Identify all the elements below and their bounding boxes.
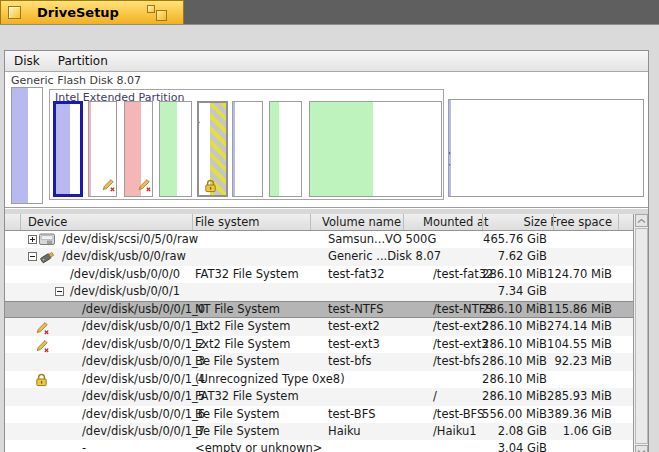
chevron-up-icon — [637, 218, 646, 224]
lock-icon — [35, 373, 48, 390]
column-separator[interactable] — [403, 214, 404, 230]
column-separator[interactable] — [553, 214, 554, 230]
cell-device: /dev/disk/usb/0/0/1_5 — [82, 388, 205, 405]
used-space-fill — [160, 102, 177, 196]
cell-size: 286.10 MiB — [482, 353, 547, 370]
table-row[interactable]: /dev/disk/usb/0/0/1_2Ext2 File Systemtes… — [5, 336, 633, 353]
partition-label: Haiku — [309, 162, 312, 193]
vertical-scroll-thumb[interactable] — [635, 228, 648, 444]
table-row[interactable]: /dev/disk/usb/0/0/1_0NT File Systemtest-… — [5, 301, 633, 318]
lock-icon — [204, 179, 217, 196]
column-header-size[interactable]: Size — [523, 215, 547, 229]
cell-device: /dev/disk/usb/0/0/0 — [70, 266, 180, 283]
partition-label: Partition 24 (LUKS enc... — [197, 101, 201, 192]
column-header-mounted-at[interactable]: Mounted at — [423, 215, 489, 229]
table-row[interactable]: /dev/disk/usb/0/0/1_7Be File SystemHaiku… — [5, 423, 633, 440]
collapse-latch-icon[interactable] — [55, 287, 64, 296]
menu-disk[interactable]: Disk — [5, 52, 49, 70]
cell-mounted: /Haiku1 — [433, 423, 477, 440]
chevron-down-icon — [637, 449, 646, 452]
partition-label: test-fat32 — [11, 146, 14, 200]
cell-size: 2.08 GiB — [498, 423, 547, 440]
partition-label: test-ext2 — [88, 144, 91, 194]
table-row[interactable]: /dev/disk/usb/0/0/1_6Be File Systemtest-… — [5, 406, 633, 423]
cell-free: 1.06 GiB — [563, 423, 612, 440]
column-header-free-space[interactable]: Free space — [550, 215, 612, 229]
cell-free: 389.36 MiB — [547, 406, 612, 423]
zoom-icon-small — [147, 5, 155, 13]
cell-size: 286.10 MiB — [482, 266, 547, 283]
cell-mounted: /test-bfs — [433, 353, 480, 370]
column-separator[interactable] — [310, 214, 311, 230]
vertical-scrollbar[interactable] — [633, 214, 648, 452]
partition-bar-luks[interactable]: Partition 24 (LUKS enc... — [197, 101, 228, 197]
column-separator[interactable] — [618, 214, 619, 230]
used-space-fill — [310, 102, 373, 196]
window-tab[interactable]: DriveSetup — [0, 0, 184, 24]
cell-volume: test-ext3 — [328, 336, 380, 353]
cell-device: /dev/disk/usb/0/0/1_0 — [82, 301, 205, 318]
scroll-down-button[interactable] — [635, 445, 648, 452]
close-button[interactable] — [8, 6, 21, 19]
zoom-button[interactable] — [147, 5, 167, 21]
table-row[interactable]: -<empty or unknown>3.04 GiB — [5, 440, 633, 452]
partition-bar-test-ext2[interactable]: test-ext2 — [88, 101, 117, 197]
cell-volume: test-bfs — [328, 353, 372, 370]
table-row[interactable]: /dev/disk/usb/0/0/1_4(Unrecognized Type … — [5, 371, 633, 388]
table-row[interactable]: /dev/disk/usb/0/0/1_5FAT32 File System/2… — [5, 388, 633, 405]
column-separator[interactable] — [482, 214, 483, 230]
cell-size: 465.76 GiB — [483, 231, 547, 248]
cell-device: /dev/disk/usb/0/0/1_1 — [82, 318, 205, 335]
table-row[interactable]: /dev/disk/scsi/0/5/0/rawSamsun...VO 500G… — [5, 231, 633, 248]
zoom-icon — [156, 10, 167, 21]
disk-name-label: Generic Flash Disk 8.07 — [11, 74, 141, 87]
window-content: DiskPartition Generic Flash Disk 8.07 In… — [4, 50, 649, 452]
column-header-file-system[interactable]: File system — [195, 215, 259, 229]
partition-bar-test-bfs[interactable]: test-bfs — [159, 101, 192, 197]
disk-view: Generic Flash Disk 8.07 Intel Extended P… — [5, 72, 648, 208]
table-row[interactable]: /dev/disk/usb/0/0/rawGeneric ...Disk 8.0… — [5, 248, 633, 265]
partition-label: test-ext3 — [124, 144, 127, 194]
column-header-volume-name[interactable]: Volume name — [322, 215, 401, 229]
partition-bar-test-fat32[interactable]: test-fat32 — [11, 87, 43, 204]
column-separator[interactable] — [192, 214, 193, 230]
table-row[interactable]: /dev/disk/usb/0/0/17.34 GiB — [5, 283, 633, 300]
partition-bar-fat32-root[interactable] — [232, 101, 263, 197]
cell-device: - — [82, 440, 86, 452]
partition-bar-haiku[interactable]: Haiku — [309, 101, 442, 197]
partition-bar-test-bfs-2[interactable]: test-BFS — [269, 101, 302, 197]
scroll-up-button[interactable] — [635, 214, 648, 227]
partition-bar-test-ntfs[interactable]: test-NTFS — [53, 101, 83, 197]
menu-partition[interactable]: Partition — [49, 52, 117, 70]
cell-volume: test-NTFS — [328, 301, 384, 318]
expand-latch-icon[interactable] — [28, 235, 37, 244]
used-space-fill — [233, 102, 235, 196]
cell-volume: test-BFS — [328, 406, 375, 423]
cell-volume: Haiku — [328, 423, 360, 440]
desktop: { "window": { "title": "DriveSetup" }, "… — [0, 0, 659, 452]
partition-bar-empty[interactable]: <empty or unknown> — [448, 99, 644, 197]
pencil-modified-icon — [101, 177, 116, 195]
cell-mounted: /test-ext3 — [433, 336, 489, 353]
cell-free: 92.23 MiB — [554, 353, 612, 370]
table-row[interactable]: /dev/disk/usb/0/0/1_3Be File Systemtest-… — [5, 353, 633, 370]
partition-bar-test-ext3[interactable]: test-ext3 — [124, 101, 153, 197]
used-space-fill — [56, 104, 70, 194]
table-row[interactable]: /dev/disk/usb/0/0/0FAT32 File Systemtest… — [5, 266, 633, 283]
cell-size: 286.10 MiB — [482, 301, 547, 318]
column-header-device[interactable]: Device — [28, 215, 67, 229]
cell-fs: Be File System — [195, 406, 279, 423]
column-separator[interactable] — [20, 214, 21, 230]
partition-list: /dev/disk/scsi/0/5/0/rawSamsun...VO 500G… — [5, 231, 633, 452]
cell-size: 7.62 GiB — [498, 248, 547, 265]
collapse-latch-icon[interactable] — [28, 252, 37, 261]
cell-free: 124.70 MiB — [547, 266, 612, 283]
cell-device: /dev/disk/usb/0/0/1_7 — [82, 423, 205, 440]
table-row[interactable]: /dev/disk/usb/0/0/1_1Ext2 File Systemtes… — [5, 318, 633, 335]
cell-fs: Be File System — [195, 423, 279, 440]
cell-size: 286.10 MiB — [482, 388, 547, 405]
cell-fs: NT File System — [195, 301, 280, 318]
cell-fs: Ext2 File System — [195, 318, 290, 335]
cell-free: 274.14 MiB — [547, 318, 612, 335]
cell-size: 7.34 GiB — [498, 283, 547, 300]
